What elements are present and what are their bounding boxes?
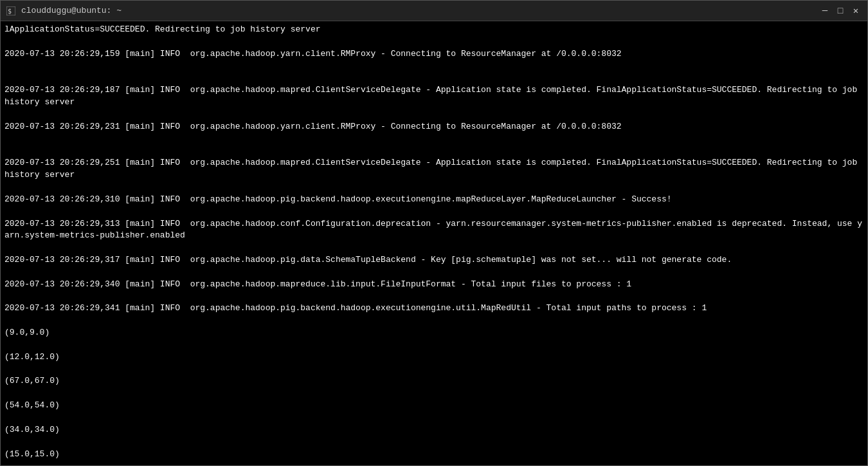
terminal-body[interactable]: lApplicationStatus=SUCCEEDED. Redirectin… (1, 21, 867, 465)
terminal-line: 2020-07-13 20:26:29,341 [main] INFO org.… (5, 303, 863, 315)
terminal-line: 2020-07-13 20:26:29,159 [main] INFO org.… (5, 48, 863, 61)
terminal-line: 2020-07-13 20:26:29,313 [main] INFO org.… (5, 218, 863, 243)
terminal-line: 2020-07-13 20:26:29,340 [main] INFO org.… (5, 279, 863, 291)
terminal-line: (15.0,15.0) (5, 449, 863, 461)
terminal-icon: $ (6, 6, 16, 16)
terminal-line: (12.0,12.0) (5, 351, 863, 364)
title-bar-left: $ cloudduggu@ubuntu: ~ (6, 6, 122, 16)
maximize-button[interactable]: □ (834, 5, 847, 17)
terminal-line: 2020-07-13 20:26:29,231 [main] INFO org.… (5, 121, 863, 133)
terminal-line: 2020-07-13 20:26:29,310 [main] INFO org.… (5, 194, 863, 206)
terminal-line: 2020-07-13 20:26:29,187 [main] INFO org.… (5, 84, 863, 109)
close-button[interactable]: ✕ (849, 5, 862, 17)
terminal-line: (34.0,34.0) (5, 424, 863, 436)
window-title: cloudduggu@ubuntu: ~ (21, 6, 122, 15)
terminal-line: (9.0,9.0) (5, 327, 863, 339)
terminal-line: 2020-07-13 20:26:29,317 [main] INFO org.… (5, 254, 863, 266)
terminal-window: $ cloudduggu@ubuntu: ~ ─ □ ✕ lApplicatio… (0, 0, 868, 466)
title-bar: $ cloudduggu@ubuntu: ~ ─ □ ✕ (1, 1, 867, 21)
terminal-line: (54.0,54.0) (5, 400, 863, 412)
terminal-line: lApplicationStatus=SUCCEEDED. Redirectin… (5, 24, 863, 36)
terminal-line: (67.0,67.0) (5, 375, 863, 387)
minimize-button[interactable]: ─ (818, 5, 831, 17)
svg-text:$: $ (8, 8, 12, 15)
title-bar-controls: ─ □ ✕ (818, 5, 862, 17)
terminal-line: 2020-07-13 20:26:29,251 [main] INFO org.… (5, 157, 863, 182)
